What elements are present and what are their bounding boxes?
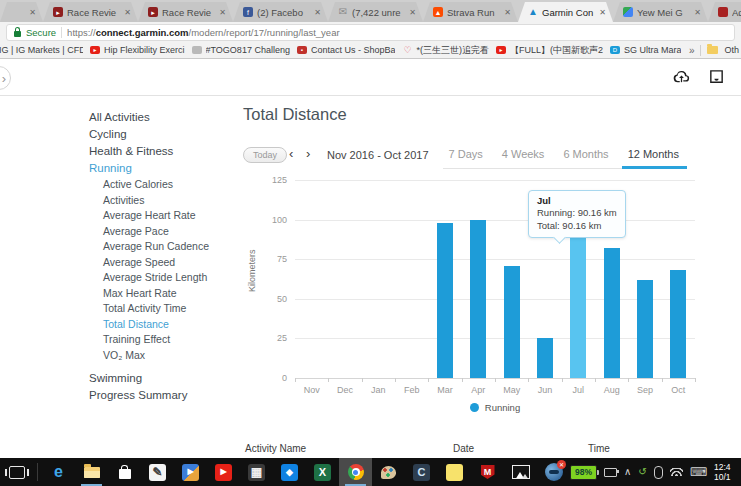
chart-bar-mar[interactable]	[437, 223, 453, 378]
dropbox-icon[interactable]: ◆	[273, 458, 306, 486]
browser-tab[interactable]: Yew Mei G✕	[613, 2, 708, 22]
range-tab-4-weeks[interactable]: 4 Weeks	[502, 148, 545, 160]
mcafee-icon[interactable]: M	[471, 458, 504, 486]
url-text[interactable]: https://connect.garmin.com/modern/report…	[67, 27, 339, 38]
sidebar-item-progress-summary[interactable]: Progress Summary	[89, 387, 269, 404]
calculator-icon[interactable]: ▦	[240, 458, 273, 486]
chart-bar-may[interactable]	[504, 266, 520, 378]
gridline	[295, 299, 695, 300]
y-tick-label: 50	[243, 294, 287, 304]
media-player-icon[interactable]: ▶	[174, 458, 207, 486]
browser-tab[interactable]: ▸Race Revie✕	[138, 2, 233, 22]
browser-tab[interactable]: ✉(7,422 unre✕	[328, 2, 423, 22]
mouse-icon[interactable]	[654, 466, 663, 479]
chart-bar-sep[interactable]	[637, 280, 653, 378]
excel-icon[interactable]: X	[306, 458, 339, 486]
browser-tab[interactable]: f(2) Facebo✕	[233, 2, 328, 22]
keyboard-icon[interactable]: ⌨	[690, 466, 707, 478]
chrome-icon[interactable]	[339, 458, 372, 486]
tab-close-icon[interactable]: ✕	[29, 8, 36, 17]
tab-close-icon[interactable]: ✕	[694, 8, 701, 17]
tab-close-icon[interactable]: ✕	[599, 8, 606, 17]
system-tray: ✕ 98% ∧ ↺ ⌨ 12:4 10/1	[545, 458, 741, 486]
sidebar-item-total-distance[interactable]: Total Distance	[89, 317, 269, 333]
dumbbell-icon	[192, 46, 202, 54]
other-bookmarks-label[interactable]: Oth	[724, 45, 739, 55]
sidebar-item-training-effect[interactable]: Training Effect	[89, 332, 269, 348]
bookmark-item[interactable]: ▸Hip Flexibility Exerci	[90, 45, 185, 55]
tab-close-icon[interactable]: ✕	[124, 8, 131, 17]
sidebar-item-running[interactable]: Running	[89, 160, 269, 177]
tab-close-icon[interactable]: ✕	[504, 8, 511, 17]
tab-close-icon[interactable]: ✕	[409, 8, 416, 17]
range-tab-6-months[interactable]: 6 Months	[563, 148, 608, 160]
browser-tab[interactable]: Add New F✕	[708, 2, 741, 22]
bookmark-item[interactable]: ♡*(三生三世)追完看	[402, 44, 489, 57]
prev-period-button[interactable]: ‹	[289, 146, 293, 162]
task-view-glyph	[9, 466, 25, 479]
edge-icon[interactable]: e	[42, 458, 75, 486]
address-bar[interactable]: Secure https://connect.garmin.com/modern…	[6, 24, 735, 41]
browser-tab[interactable]: ▲Strava Run✕	[423, 2, 518, 22]
sticky-notes-icon[interactable]	[438, 458, 471, 486]
youtube-icon[interactable]: ▶	[207, 458, 240, 486]
capture-c-icon[interactable]: C	[405, 458, 438, 486]
browser-tab[interactable]: ▸Race Revie✕	[43, 2, 138, 22]
sync-icon[interactable]: ↺	[638, 467, 646, 477]
palette-icon[interactable]	[372, 458, 405, 486]
task-view-icon[interactable]	[0, 458, 33, 486]
browser-tab[interactable]: ✕	[0, 2, 43, 22]
browser-tab[interactable]: ▲Garmin Con✕	[518, 2, 613, 22]
photos-icon[interactable]	[504, 458, 537, 486]
sidebar-item-activities[interactable]: Activities	[89, 193, 269, 209]
sidebar-item-average-run-cadence[interactable]: Average Run Cadence	[89, 239, 269, 255]
gridline	[295, 259, 695, 260]
bookmark-item[interactable]: IG | IG Markets | CFD	[0, 45, 83, 55]
bookmark-item[interactable]: #TOGO817 Challeng	[192, 45, 290, 55]
chart-bar-oct[interactable]	[670, 270, 686, 379]
sidebar-item-average-stride-length[interactable]: Average Stride Length	[89, 270, 269, 286]
range-tab-7-days[interactable]: 7 Days	[449, 148, 483, 160]
today-button[interactable]: Today	[243, 147, 287, 163]
sidebar-item-health-fitness[interactable]: Health & Fitness	[89, 143, 269, 160]
sidebar-item-average-speed[interactable]: Average Speed	[89, 255, 269, 271]
column-header-time[interactable]: Time	[588, 443, 610, 454]
sidebar-item-max-heart-rate[interactable]: Max Heart Rate	[89, 286, 269, 302]
bookmark-item[interactable]: ▪Contact Us - ShopBa	[297, 45, 396, 55]
battery-icon[interactable]	[604, 468, 617, 477]
sidebar-item-vo-max[interactable]: VO₂ Max	[89, 348, 269, 364]
chart-legend[interactable]: Running	[295, 402, 695, 413]
sidebar-item-average-heart-rate[interactable]: Average Heart Rate	[89, 208, 269, 224]
sidebar-item-active-calories[interactable]: Active Calories	[89, 177, 269, 193]
tray-app-icon[interactable]: ✕	[545, 463, 563, 481]
file-explorer-icon[interactable]	[75, 458, 108, 486]
heart-icon: ♡	[402, 46, 412, 54]
column-header-activity-name[interactable]: Activity Name	[245, 443, 306, 454]
tab-close-icon[interactable]: ✕	[219, 8, 226, 17]
bookmark-item[interactable]: ▸【FULL】(中国新歌声2	[496, 44, 603, 57]
next-period-button[interactable]: ›	[306, 146, 310, 162]
bookmarks-overflow-chevrons[interactable]: »	[689, 45, 695, 56]
inbox-icon[interactable]	[708, 68, 725, 85]
wifi-icon[interactable]	[670, 468, 683, 476]
sidebar-item-total-activity-time[interactable]: Total Activity Time	[89, 301, 269, 317]
tab-close-icon[interactable]: ✕	[314, 8, 321, 17]
sidebar-item-average-pace[interactable]: Average Pace	[89, 224, 269, 240]
chart-bar-aug[interactable]	[604, 248, 620, 378]
sidebar-item-cycling[interactable]: Cycling	[89, 126, 269, 143]
chart-bar-apr[interactable]	[470, 220, 486, 378]
taskbar-clock[interactable]: 12:4 10/1	[714, 462, 741, 482]
upload-cloud-icon[interactable]	[673, 68, 690, 85]
store-icon[interactable]	[108, 458, 141, 486]
show-hidden-icons-caret[interactable]: ∧	[624, 467, 631, 477]
x-tick-mark	[362, 378, 363, 382]
column-header-date[interactable]: Date	[453, 443, 474, 454]
range-tab-12-months[interactable]: 12 Months	[628, 148, 679, 160]
chart-bar-jun[interactable]	[537, 338, 553, 378]
notes-icon[interactable]: ✎	[141, 458, 174, 486]
sidebar-item-all-activities[interactable]: All Activities	[89, 109, 269, 126]
chart-bar-jul[interactable]	[570, 235, 586, 378]
battery-indicator[interactable]: 98%	[570, 465, 597, 480]
sidebar-expand-button[interactable]: ›	[0, 66, 11, 90]
sidebar-item-swimming[interactable]: Swimming	[89, 370, 269, 387]
